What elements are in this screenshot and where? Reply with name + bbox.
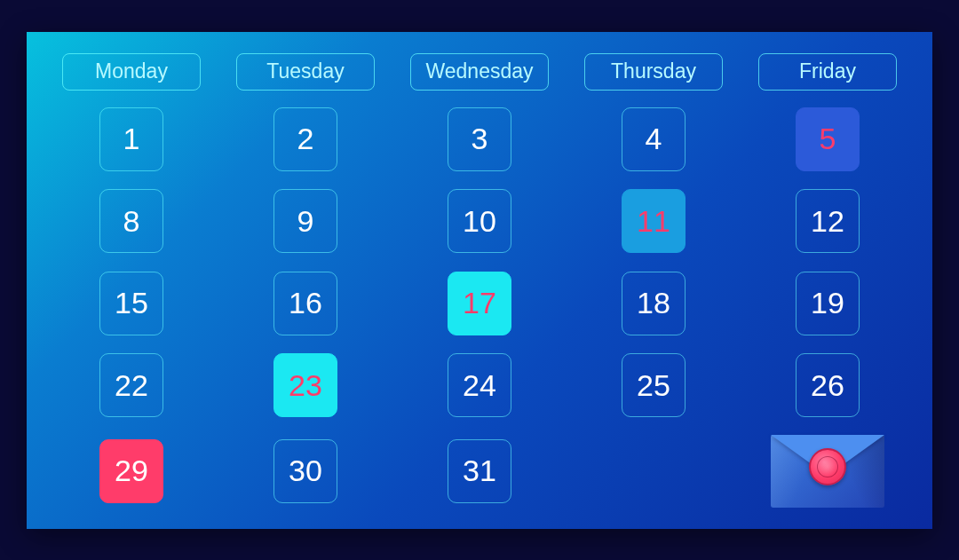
day-4[interactable]: 4 [622, 107, 686, 171]
day-26[interactable]: 26 [796, 353, 860, 417]
day-22[interactable]: 22 [99, 353, 163, 417]
day-3[interactable]: 3 [448, 107, 511, 171]
day-header-wednesday: Wednesday [410, 53, 549, 91]
day-19[interactable]: 19 [796, 272, 860, 335]
day-12[interactable]: 12 [796, 189, 860, 253]
day-18[interactable]: 18 [622, 272, 686, 335]
mail-icon [771, 435, 884, 508]
day-25[interactable]: 25 [622, 353, 686, 417]
day-5[interactable]: 5 [796, 107, 860, 171]
day-31[interactable]: 31 [448, 439, 511, 503]
mail-button[interactable] [758, 435, 897, 508]
day-23[interactable]: 23 [273, 353, 337, 417]
day-2[interactable]: 2 [273, 107, 337, 171]
day-10[interactable]: 10 [448, 189, 511, 253]
day-header-thursday: Thursday [584, 53, 723, 91]
day-1[interactable]: 1 [99, 107, 163, 171]
day-9[interactable]: 9 [273, 189, 337, 253]
day-30[interactable]: 30 [273, 439, 337, 503]
day-11[interactable]: 11 [622, 189, 686, 253]
day-header-monday: Monday [62, 53, 201, 91]
day-8[interactable]: 8 [99, 189, 163, 253]
day-15[interactable]: 15 [99, 272, 163, 335]
calendar-panel: Monday Tuesday Wednesday Thursday Friday… [27, 32, 932, 529]
seal-icon [809, 448, 846, 485]
empty-cell [584, 435, 723, 508]
day-16[interactable]: 16 [273, 272, 337, 335]
day-17[interactable]: 17 [448, 272, 511, 335]
day-header-friday: Friday [758, 53, 897, 91]
day-header-tuesday: Tuesday [236, 53, 375, 91]
day-29[interactable]: 29 [99, 439, 163, 503]
day-24[interactable]: 24 [448, 353, 511, 417]
calendar-grid: Monday Tuesday Wednesday Thursday Friday… [62, 53, 897, 508]
